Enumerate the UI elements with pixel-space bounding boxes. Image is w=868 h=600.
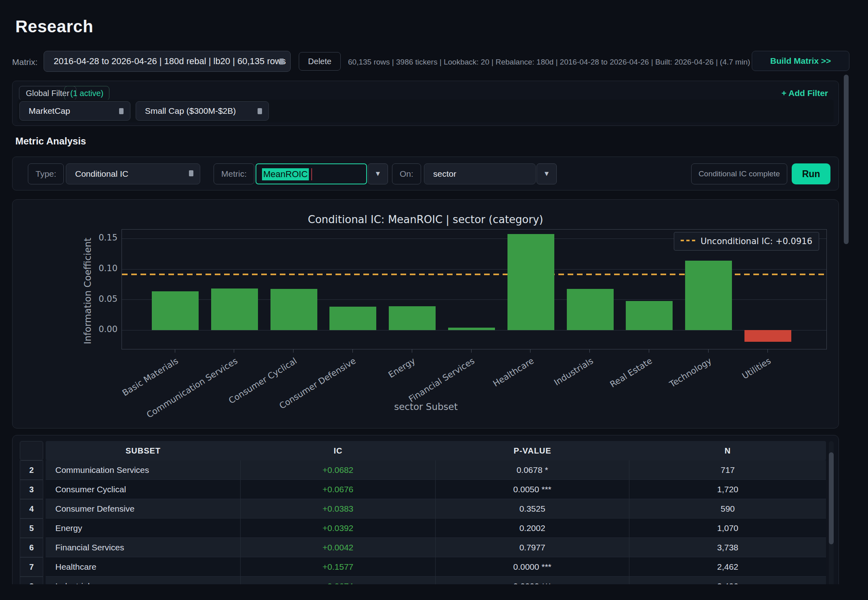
cell-subset: Financial Services xyxy=(46,538,241,557)
column-header-pvalue[interactable]: P-VALUE xyxy=(436,441,629,460)
active-filter-count-badge: (1 active) xyxy=(64,86,109,100)
filter-field-dropdown[interactable]: MarketCap xyxy=(19,101,130,121)
on-select[interactable]: sector xyxy=(424,163,536,184)
chevron-down-icon: ▼ xyxy=(543,170,550,178)
type-select-value: Conditional IC xyxy=(75,164,128,184)
table-row-6[interactable]: 6Financial Services+0.00420.79773,738 xyxy=(20,538,826,557)
cell-pvalue: 0.0050 *** xyxy=(436,480,629,499)
bar-real-estate xyxy=(626,301,673,330)
cell-subset: Communication Services xyxy=(46,460,241,479)
cell-n: 1,720 xyxy=(629,480,826,499)
dropdown-indicator-icon xyxy=(119,108,124,114)
matrix-label: Matrix: xyxy=(12,57,38,67)
cell-ic: +0.0383 xyxy=(241,499,436,518)
table-row-3[interactable]: 3Consumer Cyclical+0.06760.0050 ***1,720 xyxy=(20,480,826,499)
table-row-cells: Financial Services+0.00420.79773,738 xyxy=(46,538,826,557)
x-tick-mark xyxy=(649,349,649,353)
row-number-cell: 6 xyxy=(20,538,43,557)
dropdown-indicator-icon xyxy=(279,59,284,65)
cell-n: 2,462 xyxy=(629,557,826,576)
filter-value-dropdown[interactable]: Small Cap ($300M-$2B) xyxy=(136,101,269,121)
x-tick-label-utilities: Utilities xyxy=(661,356,773,431)
row-number-cell: 2 xyxy=(20,460,43,480)
bar-consumer-cyclical xyxy=(270,289,317,330)
type-select[interactable]: Conditional IC xyxy=(66,163,200,184)
bar-industrials xyxy=(567,289,614,330)
delete-button[interactable]: Delete xyxy=(299,52,341,71)
bar-healthcare xyxy=(507,234,554,330)
dropdown-indicator-icon xyxy=(189,170,193,176)
table-scrollbar-thumb[interactable] xyxy=(829,452,834,544)
results-table-panel: SUBSET IC P-VALUE N 2Communication Servi… xyxy=(12,435,839,600)
add-filter-button[interactable]: + Add Filter xyxy=(782,88,828,98)
bar-basic-materials xyxy=(152,291,199,330)
cell-ic: +0.0676 xyxy=(241,480,436,499)
cell-pvalue: 0.7977 xyxy=(436,538,629,557)
dashed-line-icon xyxy=(681,240,695,243)
table-row-cells: Consumer Cyclical+0.06760.0050 ***1,720 xyxy=(46,480,826,499)
chart-legend: Unconditional IC: +0.0916 xyxy=(674,232,819,251)
column-header-subset[interactable]: SUBSET xyxy=(46,441,241,460)
bar-financial-services xyxy=(448,328,495,330)
x-tick-mark xyxy=(471,349,472,353)
matrix-select[interactable]: 2016-04-28 to 2026-04-26 | 180d rebal | … xyxy=(44,51,291,72)
table-header-row: SUBSET IC P-VALUE N xyxy=(46,441,826,460)
cell-n: 717 xyxy=(629,460,826,479)
row-number-cell: 7 xyxy=(20,557,43,577)
global-filter-panel: Global Filter (1 active) + Add Filter Ma… xyxy=(12,81,839,126)
x-tick-label-consumer-defensive: Consumer Defensive xyxy=(246,356,358,431)
cell-subset: Consumer Cyclical xyxy=(46,480,241,499)
x-tick-mark xyxy=(589,349,590,353)
bar-energy xyxy=(389,306,436,330)
chart-title: Conditional IC: MeanROIC | sector (categ… xyxy=(13,213,839,226)
bar-consumer-defensive xyxy=(329,307,376,330)
cell-n: 3,738 xyxy=(629,538,826,557)
cell-ic: +0.0042 xyxy=(241,538,436,557)
row-number-cell: 3 xyxy=(20,480,43,499)
column-header-n[interactable]: N xyxy=(629,441,826,460)
metric-dropdown-arrow-button[interactable]: ▼ xyxy=(368,163,388,184)
x-tick-label-basic-materials: Basic Materials xyxy=(69,356,180,431)
y-tick-label: 0.00 xyxy=(92,324,117,334)
text-cursor xyxy=(311,168,312,180)
cell-ic: +0.1577 xyxy=(241,557,436,576)
table-body: 2Communication Services+0.06820.0678 *71… xyxy=(20,460,826,596)
type-label: Type: xyxy=(28,163,64,184)
row-number-header-cell xyxy=(20,441,43,460)
chart-y-axis-label: Information Coefficient xyxy=(82,238,93,344)
row-number-cell: 5 xyxy=(20,518,43,538)
cell-subset: Consumer Defensive xyxy=(46,499,241,518)
table-row-7[interactable]: 7Healthcare+0.15770.0000 ***2,462 xyxy=(20,557,826,577)
legend-label: Unconditional IC: +0.0916 xyxy=(700,236,812,246)
x-tick-mark xyxy=(293,349,294,353)
row-number-cell: 4 xyxy=(20,499,43,518)
cell-subset: Energy xyxy=(46,518,241,537)
x-tick-mark xyxy=(530,349,530,353)
on-label: On: xyxy=(392,163,421,184)
build-matrix-button[interactable]: Build Matrix >> xyxy=(752,51,849,71)
y-tick-label: 0.15 xyxy=(92,233,117,243)
app-root: Research Matrix: 2016-04-28 to 2026-04-2… xyxy=(0,0,868,600)
x-tick-label-healthcare: Healthcare xyxy=(424,356,536,431)
filter-value-value: Small Cap ($300M-$2B) xyxy=(145,102,236,120)
metric-analysis-heading: Metric Analysis xyxy=(15,136,86,147)
metric-label: Metric: xyxy=(214,163,254,184)
x-tick-label-consumer-cyclical: Consumer Cyclical xyxy=(187,356,299,431)
x-tick-label-technology: Technology xyxy=(602,356,713,431)
x-tick-mark xyxy=(234,349,234,353)
cell-pvalue: 0.0678 * xyxy=(436,460,629,479)
x-tick-label-financial-services: Financial Services xyxy=(365,356,476,431)
cell-n: 1,070 xyxy=(629,518,826,537)
table-row-2[interactable]: 2Communication Services+0.06820.0678 *71… xyxy=(20,460,826,480)
cell-pvalue: 0.3525 xyxy=(436,499,629,518)
x-tick-label-real-estate: Real Estate xyxy=(543,356,654,431)
page-scrollbar-thumb[interactable] xyxy=(844,75,849,244)
cell-n: 590 xyxy=(629,499,826,518)
run-button[interactable]: Run xyxy=(792,163,830,184)
table-row-4[interactable]: 4Consumer Defensive+0.03830.3525590 xyxy=(20,499,826,518)
metric-input[interactable]: MeanROIC xyxy=(256,163,367,184)
on-dropdown-arrow-button[interactable]: ▼ xyxy=(537,163,557,184)
matrix-meta-text: 60,135 rows | 3986 tickers | Lookback: 2… xyxy=(348,58,750,67)
table-row-5[interactable]: 5Energy+0.03920.20021,070 xyxy=(20,518,826,538)
column-header-ic[interactable]: IC xyxy=(241,441,436,460)
